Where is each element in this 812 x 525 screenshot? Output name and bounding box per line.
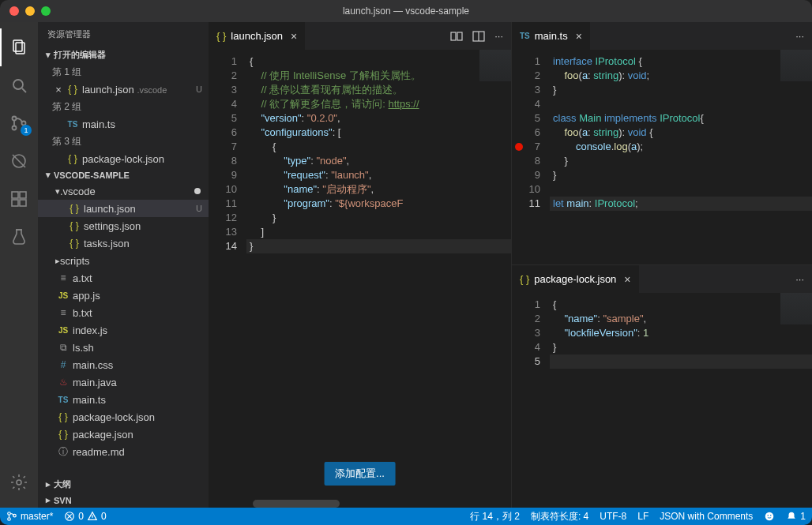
tree-file[interactable]: ≡a.txt xyxy=(38,269,209,287)
activity-explorer-icon[interactable] xyxy=(0,28,38,66)
tree-folder[interactable]: ▸ scripts xyxy=(38,252,209,269)
file-name: main.ts xyxy=(82,118,209,130)
close-icon[interactable]: × xyxy=(291,30,297,43)
window-title: launch.json — vscode-sample xyxy=(0,6,812,17)
status-badge: U xyxy=(196,84,202,94)
file-icon: # xyxy=(55,359,71,370)
svg-point-19 xyxy=(8,512,11,516)
minimap[interactable] xyxy=(780,293,812,324)
chevron-down-icon: ▾ xyxy=(43,170,54,180)
file-icon: { } xyxy=(66,220,82,231)
workspace-header[interactable]: ▾ VSCODE-SAMPLE xyxy=(38,167,209,182)
tree-file[interactable]: #main.css xyxy=(38,356,209,373)
workspace-label: VSCODE-SAMPLE xyxy=(54,171,130,180)
minimize-window-button[interactable] xyxy=(25,6,35,16)
file-name: a.txt xyxy=(73,272,209,284)
status-eol[interactable]: LF xyxy=(637,511,648,522)
minimap[interactable] xyxy=(780,50,812,81)
code-editor[interactable]: 1234567891011121314 { // 使用 IntelliSense… xyxy=(209,50,511,500)
tree-file[interactable]: ⓘreadme.md xyxy=(38,443,209,460)
file-name: app.js xyxy=(73,290,209,302)
open-editor-item[interactable]: TSmain.ts xyxy=(38,115,209,133)
chevron-down-icon: ▾ xyxy=(43,50,54,60)
editor-tabs: { } package-lock.json × ··· xyxy=(512,265,812,293)
more-icon[interactable]: ··· xyxy=(795,273,804,285)
file-icon: ≡ xyxy=(55,272,71,283)
window-controls xyxy=(0,6,51,16)
open-editor-item[interactable]: { }package-lock.json xyxy=(38,150,209,167)
svg-point-5 xyxy=(13,126,17,130)
tab-launch-json[interactable]: { } launch.json × xyxy=(209,22,306,50)
file-icon: { } xyxy=(65,84,81,95)
file-name: launch.json .vscode xyxy=(82,84,196,96)
svn-header[interactable]: ▸ SVN xyxy=(38,493,209,508)
ts-icon: TS xyxy=(520,32,530,40)
tab-label: package-lock.json xyxy=(534,273,616,285)
file-name: main.java xyxy=(73,377,209,388)
editor-group-2: TS main.ts × ··· 1234567891011 interface… xyxy=(512,22,812,265)
modified-dot-icon xyxy=(194,188,201,194)
status-encoding[interactable]: UTF-8 xyxy=(600,511,626,522)
open-editor-item[interactable]: ×{ }launch.json .vscodeU xyxy=(38,81,209,98)
breakpoint-icon[interactable] xyxy=(515,143,523,151)
file-name: main.css xyxy=(73,359,209,371)
more-icon[interactable]: ··· xyxy=(494,30,503,42)
tree-file[interactable]: JSindex.js xyxy=(38,321,209,339)
svg-rect-9 xyxy=(12,192,18,198)
file-name: readme.md xyxy=(73,446,209,458)
maximize-window-button[interactable] xyxy=(41,6,51,16)
close-window-button[interactable] xyxy=(9,6,19,16)
tree-file[interactable]: JSapp.js xyxy=(38,287,209,304)
close-icon[interactable]: × xyxy=(52,84,65,96)
tree-file[interactable]: TSmain.ts xyxy=(38,391,209,408)
activity-search-icon[interactable] xyxy=(0,66,38,104)
file-icon: { } xyxy=(55,411,71,422)
tree-file[interactable]: { }launch.jsonU xyxy=(38,200,209,217)
compare-icon[interactable] xyxy=(450,30,463,43)
activity-debug-icon[interactable] xyxy=(0,142,38,180)
svg-point-4 xyxy=(13,117,17,121)
status-feedback-icon[interactable] xyxy=(764,511,775,522)
status-branch[interactable]: master* xyxy=(6,511,53,522)
status-problems[interactable]: 0 0 xyxy=(64,511,106,522)
code-editor[interactable]: 1234567891011 interface IProtocol { foo(… xyxy=(512,50,812,264)
file-icon: { } xyxy=(65,153,81,164)
tree-file[interactable]: { }package-lock.json xyxy=(38,408,209,426)
horizontal-scrollbar[interactable] xyxy=(209,500,511,508)
svg-point-14 xyxy=(17,480,21,485)
activity-settings-icon[interactable] xyxy=(0,463,38,501)
activity-test-icon[interactable] xyxy=(0,218,38,256)
tree-file[interactable]: ⧉ls.sh xyxy=(38,339,209,356)
svg-rect-12 xyxy=(20,192,26,198)
editor-group-label: 第 3 组 xyxy=(38,133,209,150)
activity-scm-icon[interactable]: 1 xyxy=(0,104,38,142)
code-editor[interactable]: 12345 { "name": "sample", "lockfileVersi… xyxy=(512,293,812,508)
split-editor-icon[interactable] xyxy=(472,30,485,43)
tree-file[interactable]: ≡b.txt xyxy=(38,304,209,321)
status-language[interactable]: JSON with Comments xyxy=(660,511,753,522)
file-icon: ⧉ xyxy=(55,342,71,353)
status-tabsize[interactable]: 制表符长度: 4 xyxy=(531,510,588,523)
status-cursor[interactable]: 行 14，列 2 xyxy=(470,510,520,523)
tree-file[interactable]: ♨main.java xyxy=(38,373,209,391)
minimap[interactable] xyxy=(479,50,511,81)
status-notifications[interactable]: 1 xyxy=(786,511,806,522)
tree-folder[interactable]: ▾ .vscode xyxy=(38,182,209,200)
tab-package-lock-json[interactable]: { } package-lock.json × xyxy=(512,265,640,293)
close-icon[interactable]: × xyxy=(624,273,630,286)
add-configuration-button[interactable]: 添加配置... xyxy=(324,462,396,486)
tree-file[interactable]: { }settings.json xyxy=(38,217,209,234)
close-icon[interactable]: × xyxy=(576,30,582,43)
tree-file[interactable]: { }tasks.json xyxy=(38,234,209,252)
tree-file[interactable]: { }package.json xyxy=(38,426,209,443)
chevron-right-icon: ▸ xyxy=(43,495,54,505)
activity-bar: 1 xyxy=(0,22,38,508)
open-editors-header[interactable]: ▾ 打开的编辑器 xyxy=(38,47,209,63)
tab-main-ts[interactable]: TS main.ts × xyxy=(512,22,591,50)
more-icon[interactable]: ··· xyxy=(795,30,804,42)
outline-header[interactable]: ▸ 大纲 xyxy=(38,476,209,493)
svg-rect-11 xyxy=(20,200,26,206)
activity-extensions-icon[interactable] xyxy=(0,180,38,218)
file-icon: JS xyxy=(55,324,71,336)
file-icon: { } xyxy=(66,203,82,214)
